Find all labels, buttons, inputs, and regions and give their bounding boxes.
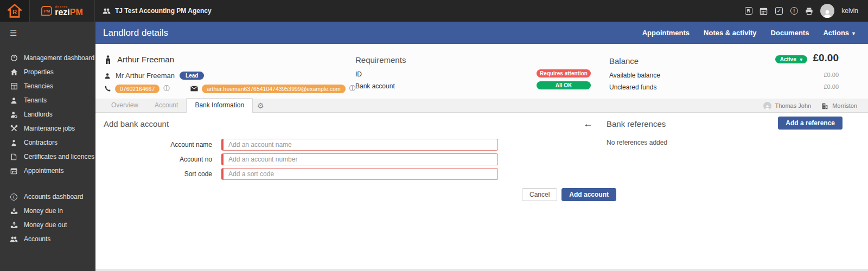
home-icon	[10, 68, 18, 76]
rezi-apps-icon[interactable]: R	[744, 7, 752, 15]
phone-icon	[104, 85, 111, 92]
account-number-input[interactable]	[221, 153, 498, 165]
nav-actions[interactable]: Actions▼	[823, 29, 856, 37]
active-status-badge[interactable]: Active ▾	[775, 55, 807, 63]
nav-notes-activity[interactable]: Notes & activity	[704, 29, 757, 37]
status-badge-all-ok[interactable]: All OK	[537, 81, 591, 89]
landlord-full-name: Mr Arthur Freeman	[116, 72, 175, 80]
context-info: Thomas John Morriston	[763, 99, 858, 112]
add-reference-button[interactable]: Add a reference	[778, 117, 843, 130]
calendar-icon	[10, 167, 18, 175]
svg-text:R: R	[12, 9, 17, 15]
sidebar-item-management-dashboard[interactable]: Management dashboard	[0, 51, 95, 65]
add-account-button[interactable]: Add account	[561, 188, 616, 201]
account-name-input[interactable]	[221, 139, 498, 151]
sidebar-item-appointments[interactable]: Appointments	[0, 164, 95, 178]
chevron-down-icon: ▾	[800, 57, 802, 62]
tab-bar: Overview Account Bank Information ⚙ Thom…	[95, 99, 868, 113]
sidebar: ☰ Management dashboard Properties Tenanc…	[0, 22, 95, 271]
user-avatar[interactable]	[820, 4, 834, 18]
person-icon	[10, 97, 18, 104]
menu-toggle-icon[interactable]: ☰	[0, 22, 95, 44]
bank-information-content: Add bank account ← Account name Account …	[95, 113, 868, 271]
form-actions: Cancel Add account	[522, 188, 616, 201]
sidebar-item-accounts-dashboard[interactable]: £ Accounts dashboard	[0, 190, 95, 204]
negotiator-name[interactable]: Thomas John	[775, 102, 812, 109]
nav-documents[interactable]: Documents	[771, 29, 809, 37]
requirement-label: ID	[355, 70, 362, 78]
house-r-icon: R	[8, 4, 22, 18]
sidebar-item-tenants[interactable]: Tenants	[0, 93, 95, 107]
account-number-label: Account no	[95, 156, 221, 163]
inbox-in-icon	[10, 207, 18, 215]
inbox-out-icon	[10, 221, 18, 229]
sort-code-input[interactable]	[221, 168, 498, 180]
person-icon	[104, 55, 112, 64]
logo-pm-text: PM	[70, 8, 83, 17]
negotiator-avatar	[763, 102, 771, 110]
users-icon	[103, 8, 111, 15]
info-icon[interactable]: ⓘ	[163, 84, 170, 93]
form-row: Sort code	[95, 168, 498, 180]
topbar: R PM dezrez reziPM TJ Test Accounting PM…	[0, 0, 868, 22]
document-icon	[10, 153, 18, 160]
agency-name: TJ Test Accounting PM Agency	[115, 7, 212, 15]
phone-pill[interactable]: 07602164667	[115, 85, 159, 93]
sidebar-item-tenancies[interactable]: Tenancies	[0, 79, 95, 93]
page-header-nav: Appointments Notes & activity Documents …	[642, 29, 868, 37]
add-bank-account-title: Add bank account	[104, 119, 169, 128]
person-icon	[104, 73, 111, 79]
status-badge-requires-attention[interactable]: Requires attention	[537, 69, 591, 78]
branch-name[interactable]: Morriston	[832, 102, 857, 109]
email-pill[interactable]: arthur.freeman637654104743953999@example…	[202, 85, 346, 93]
sidebar-item-contractors[interactable]: Contractors	[0, 136, 95, 150]
envelope-icon	[190, 86, 198, 92]
sidebar-item-landlords[interactable]: Landlords	[0, 107, 95, 121]
sidebar-item-certificates[interactable]: Certificates and licences	[0, 150, 95, 164]
sidebar-item-money-due-out[interactable]: Money due out	[0, 218, 95, 232]
calendar-icon[interactable]	[760, 7, 768, 15]
pound-circle-icon: £	[10, 193, 18, 201]
balance-title: Balance	[609, 56, 639, 66]
cancel-button[interactable]: Cancel	[522, 188, 557, 201]
landlord-summary: Arthur Freeman Mr Arthur Freeman Lead 07…	[95, 44, 868, 99]
username[interactable]: kelvin	[841, 7, 858, 15]
lead-badge: Lead	[180, 72, 204, 80]
gauge-icon	[10, 54, 18, 62]
printer-icon[interactable]	[805, 7, 813, 15]
page-header: Landlord details Appointments Notes & ac…	[95, 22, 868, 44]
requirements-panel: Requirements ID Requires attention Bank …	[355, 44, 594, 99]
sidebar-item-money-due-in[interactable]: Money due in	[0, 204, 95, 218]
agency-selector[interactable]: TJ Test Accounting PM Agency	[103, 0, 212, 22]
footer-strip	[95, 269, 868, 271]
person-gear-icon	[10, 111, 18, 118]
rezi-home-logo[interactable]: R	[0, 0, 30, 22]
balance-total: £0.00	[813, 52, 839, 64]
balance-panel: Balance Active ▾ £0.00 Available balance…	[609, 44, 868, 99]
menu-group-divider	[0, 178, 95, 190]
sidebar-item-maintenance-jobs[interactable]: Maintenance jobs	[0, 121, 95, 136]
sidebar-item-properties[interactable]: Properties	[0, 65, 95, 79]
info-icon[interactable]: ⓘ	[349, 84, 356, 93]
sidebar-item-accounts[interactable]: Accounts	[0, 232, 95, 246]
sort-code-label: Sort code	[95, 170, 221, 178]
tab-bank-information[interactable]: Bank Information	[186, 98, 253, 113]
tab-account[interactable]: Account	[146, 99, 186, 112]
tab-overview[interactable]: Overview	[103, 99, 146, 112]
requirements-title: Requirements	[355, 55, 406, 64]
back-arrow-icon[interactable]: ←	[583, 118, 593, 130]
landlord-name: Arthur Freeman	[117, 55, 174, 64]
form-row: Account no	[95, 153, 498, 165]
tab-settings-gear-icon[interactable]: ⚙	[257, 101, 264, 110]
alerts-icon[interactable]: !	[790, 7, 798, 15]
requirement-label: Bank account	[355, 82, 395, 90]
tasks-icon[interactable]: ✓	[775, 7, 783, 15]
account-name-label: Account name	[95, 141, 221, 149]
balance-row-label: Uncleared funds	[609, 83, 656, 91]
rezipm-logo[interactable]: PM dezrez reziPM	[30, 0, 95, 22]
balance-row-value: £0.00	[824, 72, 839, 78]
nav-appointments[interactable]: Appointments	[642, 29, 690, 37]
people-group-icon	[10, 236, 18, 243]
balance-row-value: £0.00	[824, 83, 839, 90]
no-references-text: No references added	[607, 139, 667, 146]
